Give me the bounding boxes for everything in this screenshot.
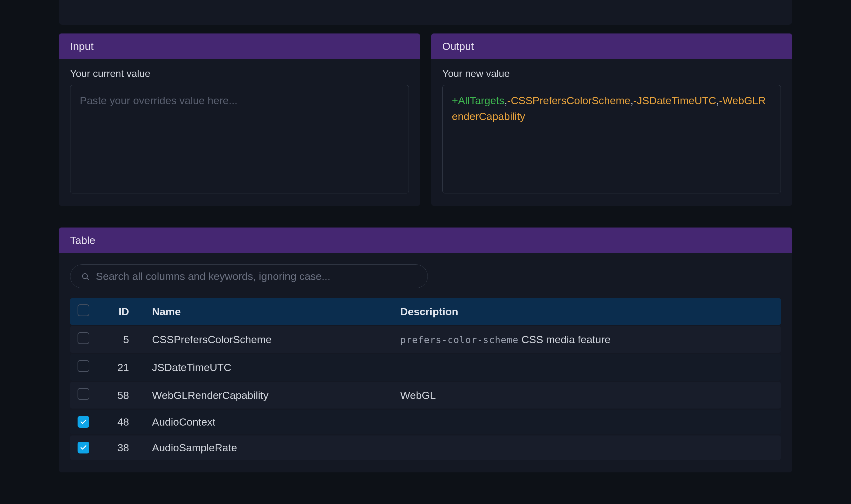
previous-card-bottom [59,0,792,25]
search-icon [81,272,90,281]
input-card: Input Your current value [59,34,420,206]
row-checkbox[interactable] [77,442,89,453]
cell-description: WebGL [393,382,781,409]
output-token: , [716,94,719,106]
cell-description: prefers-color-scheme CSS media feature [393,326,781,353]
svg-point-0 [83,273,87,278]
output-token: , [630,94,633,106]
row-checkbox[interactable] [77,388,89,400]
search-input[interactable] [96,270,417,282]
input-card-title: Input [59,34,420,59]
cell-description [393,410,781,434]
table-row: 48AudioContext [70,410,781,434]
input-textarea[interactable] [70,85,409,194]
search-pill[interactable] [70,265,428,288]
output-token: -CSSPrefersColorScheme [507,94,630,106]
svg-line-1 [87,278,88,280]
cell-description [393,435,781,460]
table-row: 5CSSPrefersColorSchemeprefers-color-sche… [70,326,781,353]
cell-id: 5 [104,326,144,353]
cell-id: 58 [104,382,144,409]
cell-name: CSSPrefersColorScheme [144,326,393,353]
output-value-box: +AllTargets,-CSSPrefersColorScheme,-JSDa… [442,85,781,194]
description-text: CSS media feature [522,334,611,345]
col-description[interactable]: Description [393,298,781,325]
col-name[interactable]: Name [144,298,393,325]
table-card-title: Table [59,228,792,253]
description-code: prefers-color-scheme [400,335,518,345]
row-checkbox[interactable] [77,360,89,372]
cell-name: WebGLRenderCapability [144,382,393,409]
output-card: Output Your new value +AllTargets,-CSSPr… [431,34,792,206]
cell-id: 38 [104,435,144,460]
row-checkbox[interactable] [77,416,89,428]
output-token: -JSDateTimeUTC [633,94,716,106]
table-card: Table ID [59,228,792,472]
output-token: +AllTargets [452,94,504,106]
cell-id: 48 [104,410,144,434]
overrides-table: ID Name Description 5CSSPrefersColorSche… [70,297,781,461]
row-checkbox[interactable] [77,332,89,344]
table-row: 58WebGLRenderCapabilityWebGL [70,382,781,409]
description-text: WebGL [400,389,436,401]
table-row: 38AudioSampleRate [70,435,781,460]
output-card-title: Output [431,34,792,59]
select-all-checkbox[interactable] [77,304,89,316]
input-field-label: Your current value [70,68,409,79]
cell-name: AudioContext [144,410,393,434]
cell-name: JSDateTimeUTC [144,354,393,381]
cell-name: AudioSampleRate [144,435,393,460]
output-token: , [504,94,507,106]
col-id[interactable]: ID [104,298,144,325]
table-row: 21JSDateTimeUTC [70,354,781,381]
table-header-row: ID Name Description [70,298,781,325]
cell-description [393,354,781,381]
output-field-label: Your new value [442,68,781,79]
cell-id: 21 [104,354,144,381]
